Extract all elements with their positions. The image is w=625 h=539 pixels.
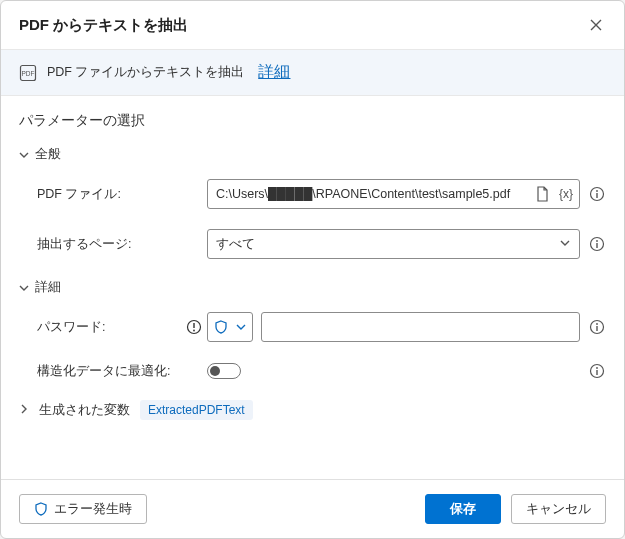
details-link[interactable]: 詳細	[258, 62, 290, 83]
info-banner: PDF PDF ファイルからテキストを抽出 詳細	[1, 49, 624, 96]
pages-select[interactable]: すべて	[207, 229, 580, 259]
row-pages: 抽出するページ: すべて	[19, 229, 606, 259]
dialog-header: PDF からテキストを抽出	[1, 1, 624, 49]
svg-point-3	[596, 190, 598, 192]
dialog-footer: エラー発生時 保存 キャンセル	[1, 479, 624, 538]
variable-picker-icon[interactable]: {x}	[557, 185, 575, 203]
pdf-file-input[interactable]	[208, 180, 523, 208]
optimize-toggle[interactable]	[207, 363, 241, 379]
svg-text:PDF: PDF	[22, 70, 35, 77]
close-button[interactable]	[586, 15, 606, 35]
group-advanced-label: 詳細	[35, 279, 61, 296]
shield-icon	[34, 502, 48, 516]
pdf-icon: PDF	[19, 64, 37, 82]
warning-icon	[185, 318, 203, 336]
svg-rect-16	[596, 370, 597, 375]
svg-rect-4	[596, 193, 597, 198]
toggle-thumb	[210, 366, 220, 376]
banner-text: PDF ファイルからテキストを抽出	[47, 64, 244, 81]
dialog: PDF からテキストを抽出 PDF PDF ファイルからテキストを抽出 詳細 パ…	[0, 0, 625, 539]
password-label: パスワード:	[37, 319, 105, 336]
svg-point-15	[596, 367, 598, 369]
generated-variable-chip[interactable]: ExtractedPDFText	[140, 400, 253, 420]
group-general-label: 全般	[35, 146, 61, 163]
browse-file-icon[interactable]	[533, 185, 551, 203]
cancel-label: キャンセル	[526, 501, 591, 518]
group-advanced-header[interactable]: 詳細	[19, 279, 606, 296]
cancel-button[interactable]: キャンセル	[511, 494, 606, 524]
save-button[interactable]: 保存	[425, 494, 501, 524]
chevron-down-icon	[559, 235, 571, 253]
shield-icon	[214, 320, 228, 334]
info-icon[interactable]	[588, 362, 606, 380]
chevron-down-icon	[236, 322, 246, 332]
group-generated-label: 生成された変数	[39, 402, 130, 419]
dialog-body: パラメーターの選択 全般 PDF ファイル: {x}	[1, 96, 624, 479]
svg-point-12	[596, 323, 598, 325]
row-password: パスワード:	[19, 312, 606, 342]
section-title: パラメーターの選択	[19, 112, 606, 130]
svg-rect-7	[596, 243, 597, 248]
info-icon[interactable]	[588, 318, 606, 336]
group-generated-header[interactable]: 生成された変数 ExtractedPDFText	[19, 400, 606, 420]
svg-rect-13	[596, 326, 597, 331]
optimize-label: 構造化データに最適化:	[37, 363, 170, 380]
on-error-label: エラー発生時	[54, 501, 132, 518]
chevron-down-icon	[19, 150, 29, 160]
row-optimize: 構造化データに最適化:	[19, 362, 606, 380]
pdf-file-input-wrap: {x}	[207, 179, 580, 209]
row-pdf-file: PDF ファイル: {x}	[19, 179, 606, 209]
on-error-button[interactable]: エラー発生時	[19, 494, 147, 524]
chevron-down-icon	[19, 283, 29, 293]
close-icon	[590, 19, 602, 31]
pages-label: 抽出するページ:	[37, 236, 131, 253]
save-label: 保存	[450, 501, 476, 518]
dialog-title: PDF からテキストを抽出	[19, 16, 188, 35]
svg-point-10	[193, 330, 195, 332]
group-general-header[interactable]: 全般	[19, 146, 606, 163]
svg-rect-9	[193, 323, 194, 328]
pages-selected-value: すべて	[216, 236, 255, 253]
svg-point-6	[596, 240, 598, 242]
info-icon[interactable]	[588, 235, 606, 253]
password-input[interactable]	[261, 312, 580, 342]
info-icon[interactable]	[588, 185, 606, 203]
password-mode-select[interactable]	[207, 312, 253, 342]
pdf-file-label: PDF ファイル:	[37, 186, 121, 203]
chevron-right-icon	[19, 403, 29, 417]
